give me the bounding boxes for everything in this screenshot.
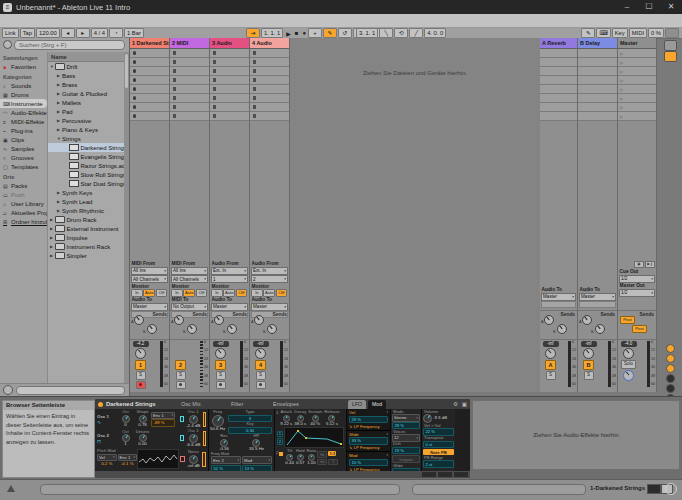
sidebar-item[interactable]: ♪ Sounds: [0, 81, 47, 90]
sidebar-item[interactable]: ▣ Clips: [0, 135, 47, 144]
input-type-chooser[interactable]: Ext. In: [211, 267, 248, 275]
clip-slot[interactable]: [130, 67, 169, 76]
peak-level-display[interactable]: -4.2: [133, 341, 149, 347]
monitor-in-button[interactable]: In: [131, 289, 143, 297]
list-header[interactable]: Name: [48, 52, 124, 62]
chain-mini-box[interactable]: [422, 472, 436, 477]
env2-ratio-knob[interactable]: [308, 454, 315, 461]
browser-list-item[interactable]: ▶ Mallets: [48, 98, 124, 107]
browser-list-item[interactable]: ▼ Strings: [48, 134, 124, 143]
scene-slot[interactable]: ▷: [618, 58, 656, 67]
clip-slot[interactable]: [170, 76, 209, 85]
send-b-knob[interactable]: [187, 324, 197, 334]
clip-slot[interactable]: [210, 94, 249, 103]
browser-list-item[interactable]: ▼ Drift: [48, 62, 124, 71]
arrangement-view-toggle[interactable]: [664, 51, 677, 62]
scene-slot[interactable]: ▷: [618, 112, 656, 121]
loop-button[interactable]: ⟲: [394, 28, 408, 38]
osc2-label[interactable]: Osc 2⊓: [95, 433, 117, 444]
clip-slot[interactable]: [170, 112, 209, 121]
browser-list-item[interactable]: Darkened Strings.adv: [48, 143, 124, 152]
sidebar-item[interactable]: ⌁ Plug-ins: [0, 126, 47, 135]
play-button[interactable]: ▶: [286, 30, 291, 37]
session-drop-area[interactable]: Ziehen Sie Dateien und Geräte hierhin.: [290, 38, 540, 392]
clip-slot[interactable]: [210, 76, 249, 85]
peak-level-display[interactable]: -inf: [581, 341, 597, 347]
scene-play-icon[interactable]: ▷: [620, 114, 623, 119]
browser-scrollbar[interactable]: [124, 52, 129, 384]
device-title-bar[interactable]: Darkened Strings Osc Mix Filter Envelope…: [95, 399, 470, 409]
filter-mod-source2[interactable]: Mod: [242, 456, 272, 464]
osc2-oct-knob[interactable]: [122, 434, 130, 442]
audio-effects-drop-area[interactable]: Ziehen Sie Audio-Effekte hierhin: [472, 400, 680, 470]
tap-tempo-button[interactable]: Tap: [20, 28, 35, 38]
track-activator-button[interactable]: 1: [135, 360, 146, 370]
return-activator-button[interactable]: B: [583, 360, 594, 370]
scene-slot[interactable]: ▷: [618, 67, 656, 76]
mixer-delay-toggle[interactable]: [666, 384, 675, 393]
browser-list-item[interactable]: Evangelis Strings.adg: [48, 152, 124, 161]
monitor-in-button[interactable]: In: [171, 289, 183, 297]
return-track-header[interactable]: B Delay: [578, 38, 617, 49]
clip-slot[interactable]: [250, 85, 289, 94]
computer-midi-keyboard-button[interactable]: ⌨: [596, 28, 610, 38]
osc1-shape-knob[interactable]: [139, 415, 147, 423]
pitch-mod-source1[interactable]: Vel: [97, 454, 117, 462]
input-type-chooser[interactable]: Ext. In: [251, 267, 288, 275]
loop-start-field[interactable]: 3. 1. 1: [356, 28, 378, 38]
track-header[interactable]: 3 Audio: [210, 38, 249, 49]
back-to-arrangement-button[interactable]: ▶❙: [645, 261, 655, 268]
browser-list-item[interactable]: ▶ Percussive: [48, 116, 124, 125]
env2-hold-knob[interactable]: [297, 454, 304, 461]
osc2-filter-route-tag[interactable]: [180, 435, 184, 442]
midi-map-button[interactable]: MIDI: [629, 28, 647, 38]
clip-slot[interactable]: [130, 58, 169, 67]
scene-slot[interactable]: ▷: [618, 94, 656, 103]
pan-knob[interactable]: [215, 348, 226, 359]
send-a-knob[interactable]: [544, 315, 554, 325]
clip-slot[interactable]: [250, 67, 289, 76]
clip-slot[interactable]: [250, 103, 289, 112]
info-toggle-icon[interactable]: [7, 485, 15, 492]
automation-arm-button[interactable]: ✎: [323, 28, 337, 38]
send-a-post-toggle[interactable]: Post: [620, 316, 635, 324]
link-button[interactable]: Link: [2, 28, 19, 38]
track-activator-button[interactable]: 4: [255, 360, 266, 370]
solo-cue-button[interactable]: Solo: [621, 360, 636, 369]
chain-mini-box[interactable]: [454, 472, 468, 477]
solo-button[interactable]: S: [216, 371, 226, 380]
stop-button[interactable]: ■: [295, 30, 299, 36]
browser-list-item[interactable]: ▶ Simpler: [48, 251, 124, 260]
mixer-returns-toggle[interactable]: [666, 364, 675, 373]
scene-play-icon[interactable]: ▷: [620, 69, 623, 74]
sidebar-item[interactable]: ∿ Samples: [0, 144, 47, 153]
pitch-mod-amount2[interactable]: -0.1 %: [118, 462, 138, 467]
follow-button[interactable]: ⇥: [246, 28, 260, 38]
mod-target[interactable]: ↳ LP Frequency: [349, 424, 388, 429]
clip-slot[interactable]: [130, 94, 169, 103]
input-channel-chooser[interactable]: 2: [251, 275, 288, 283]
clip-slot[interactable]: [170, 49, 209, 58]
pb-range-amount[interactable]: 2 st: [423, 460, 454, 468]
sidebar-item[interactable]: ▦ Drums: [0, 90, 47, 99]
browser-list-item[interactable]: Razor Strings.adg: [48, 161, 124, 170]
browser-list-item[interactable]: ▶ Synth Lead: [48, 197, 124, 206]
pitch-mod-source2[interactable]: Env 1: [118, 454, 138, 462]
close-button[interactable]: ✕: [660, 0, 682, 14]
stop-all-clips-button[interactable]: ▣: [634, 261, 644, 268]
monitor-auto-button[interactable]: Auto: [183, 289, 195, 297]
arm-button[interactable]: [256, 381, 266, 390]
filter-key-amount[interactable]: 0.30: [228, 427, 272, 435]
punch-in-button[interactable]: ╲: [379, 28, 393, 38]
overdub-button[interactable]: +: [308, 28, 322, 38]
punch-out-button[interactable]: ╱: [409, 28, 423, 38]
pan-knob[interactable]: [545, 348, 556, 359]
mod-source[interactable]: Mod: [349, 453, 388, 458]
sidebar-item[interactable]: ⊞ Ordner hinzufü: [0, 217, 47, 226]
scene-play-icon[interactable]: ▷: [620, 78, 623, 83]
env2-rate-sync-button[interactable]: 1:3: [328, 451, 336, 456]
input-channel-chooser[interactable]: 1: [211, 275, 248, 283]
return-activator-button[interactable]: A: [545, 360, 556, 370]
browser-list-item[interactable]: Slow Roll Strings.adv: [48, 170, 124, 179]
clip-slot[interactable]: [130, 112, 169, 121]
